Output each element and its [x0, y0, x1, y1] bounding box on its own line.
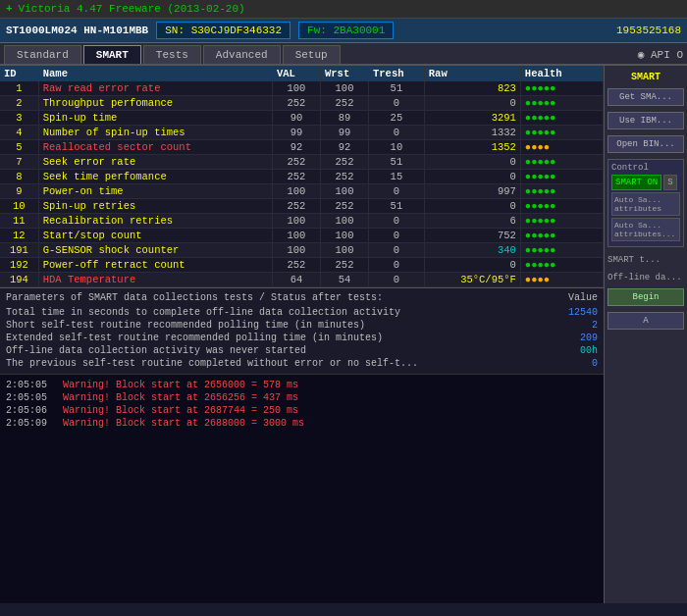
auto-save-2-button[interactable]: Auto Sa... attributes... — [611, 218, 680, 241]
cell-raw: 997 — [424, 184, 520, 199]
cell-id: 9 — [0, 184, 38, 199]
param-value: 209 — [558, 333, 598, 343]
table-row: 11 Recalibration retries 100 100 0 6 ●●●… — [0, 214, 604, 229]
device-name: ST1000LM024 HN-M101MBB — [6, 25, 148, 36]
offline-da-label: Off-line da... — [608, 271, 684, 284]
th-id: ID — [0, 66, 38, 81]
cell-health: ●●●●● — [520, 81, 603, 96]
cell-wrst: 252 — [320, 199, 368, 214]
cell-tresh: 0 — [369, 229, 425, 243]
param-value: 12540 — [558, 307, 598, 318]
tab-smart[interactable]: SMART — [83, 45, 141, 64]
cell-wrst: 54 — [320, 273, 368, 287]
cell-raw: 340 — [424, 243, 520, 258]
cell-tresh: 0 — [369, 214, 425, 229]
log-entry: 2:05:05 Warning! Block start at 2656256 … — [6, 391, 598, 404]
right-panel: SMART Get SMA... Use IBM... Open BIN... … — [604, 66, 687, 603]
cell-raw: 752 — [424, 229, 520, 243]
cell-name: Power-on time — [38, 184, 272, 199]
th-wrst: Wrst — [320, 66, 368, 81]
th-health: Health — [520, 66, 603, 81]
cell-raw: 35°C/95°F — [424, 273, 520, 287]
cell-name: G-SENSOR shock counter — [38, 243, 272, 258]
cell-wrst: 252 — [320, 96, 368, 111]
cell-health: ●●●●● — [520, 111, 603, 126]
cell-val: 100 — [272, 184, 320, 199]
cell-val: 252 — [272, 258, 320, 273]
cell-val: 100 — [272, 243, 320, 258]
tab-standard[interactable]: Standard — [4, 45, 81, 64]
open-bin-button[interactable]: Open BIN... — [608, 135, 684, 153]
param-row: Off-line data collection activity was ne… — [6, 344, 598, 357]
cell-raw: 0 — [424, 155, 520, 170]
cell-wrst: 99 — [320, 126, 368, 140]
table-row: 8 Seek time perfomance 252 252 15 0 ●●●●… — [0, 170, 604, 184]
table-row: 3 Spin-up time 90 89 25 3291 ●●●●● — [0, 111, 604, 126]
cell-raw: 1352 — [424, 140, 520, 155]
cell-tresh: 51 — [369, 155, 425, 170]
cell-name: Raw read error rate — [38, 81, 272, 96]
cell-name: HDA Temperature — [38, 273, 272, 287]
smart-control-row: SMART ON S — [611, 175, 680, 190]
use-ibm-button[interactable]: Use IBM... — [608, 112, 684, 129]
cell-wrst: 252 — [320, 170, 368, 184]
log-message: Warning! Block start at 2687744 = 250 ms — [63, 405, 298, 416]
auto-save-1-button[interactable]: Auto Sa... attributes — [611, 192, 680, 216]
table-row: 194 HDA Temperature 64 54 0 35°C/95°F ●●… — [0, 273, 604, 287]
tab-setup[interactable]: Setup — [283, 45, 341, 64]
api-label: ◉ API O — [638, 48, 683, 61]
tab-tests[interactable]: Tests — [143, 45, 201, 64]
cell-raw: 1332 — [424, 126, 520, 140]
a-button[interactable]: A — [608, 312, 684, 330]
tab-advanced[interactable]: Advanced — [203, 45, 281, 64]
cell-wrst: 252 — [320, 155, 368, 170]
param-label: Off-line data collection activity was ne… — [6, 345, 551, 356]
cell-tresh: 51 — [369, 199, 425, 214]
smart-table-wrapper: ID Name VAL Wrst Tresh Raw Health 1 Raw … — [0, 66, 604, 287]
cell-name: Reallocated sector count — [38, 140, 272, 155]
cell-tresh: 10 — [369, 140, 425, 155]
params-title: Parameters of SMART data collections tes… — [6, 292, 598, 303]
cell-health: ●●●●● — [520, 155, 603, 170]
cell-health: ●●●●● — [520, 229, 603, 243]
cell-tresh: 0 — [369, 258, 425, 273]
param-row: Short self-test routine recommended poll… — [6, 319, 598, 332]
table-row: 7 Seek error rate 252 252 51 0 ●●●●● — [0, 155, 604, 170]
param-label: Extended self-test routine recommended p… — [6, 333, 551, 343]
cell-wrst: 89 — [320, 111, 368, 126]
sn-box: SN: S30CJ9DF346332 — [156, 22, 291, 39]
log-message: Warning! Block start at 2656256 = 437 ms — [63, 392, 298, 403]
s-button[interactable]: S — [663, 175, 676, 190]
get-smart-button[interactable]: Get SMA... — [608, 88, 684, 106]
cell-raw: 3291 — [424, 111, 520, 126]
param-label: The previous self-test routine completed… — [6, 358, 551, 369]
th-name: Name — [38, 66, 272, 81]
fw-box: Fw: 2BA30001 — [298, 22, 394, 39]
smart-t-label: SMART t... — [608, 253, 684, 267]
cell-name: Power-off retract count — [38, 258, 272, 273]
smart-on-button[interactable]: SMART ON — [611, 175, 661, 190]
cell-wrst: 100 — [320, 184, 368, 199]
cell-name: Recalibration retries — [38, 214, 272, 229]
table-row: 192 Power-off retract count 252 252 0 0 … — [0, 258, 604, 273]
param-value: 00h — [558, 345, 598, 356]
begin-button[interactable]: Begin — [608, 288, 684, 306]
log-message: Warning! Block start at 2688000 = 3000 m… — [63, 418, 304, 429]
table-row: 5 Reallocated sector count 92 92 10 1352… — [0, 140, 604, 155]
table-row: 2 Throughput perfomance 252 252 0 0 ●●●●… — [0, 96, 604, 111]
cell-health: ●●●●● — [520, 170, 603, 184]
th-tresh: Tresh — [369, 66, 425, 81]
cell-raw: 0 — [424, 258, 520, 273]
cell-wrst: 92 — [320, 140, 368, 155]
table-row: 9 Power-on time 100 100 0 997 ●●●●● — [0, 184, 604, 199]
cell-val: 64 — [272, 273, 320, 287]
cell-raw: 0 — [424, 96, 520, 111]
title-bar: + Victoria 4.47 Freeware (2013-02-20) — [0, 0, 687, 19]
table-row: 10 Spin-up retries 252 252 51 0 ●●●●● — [0, 199, 604, 214]
cell-tresh: 0 — [369, 243, 425, 258]
log-entry: 2:05:06 Warning! Block start at 2687744 … — [6, 404, 598, 417]
cell-tresh: 25 — [369, 111, 425, 126]
cell-name: Start/stop count — [38, 229, 272, 243]
cell-id: 192 — [0, 258, 38, 273]
cell-val: 90 — [272, 111, 320, 126]
